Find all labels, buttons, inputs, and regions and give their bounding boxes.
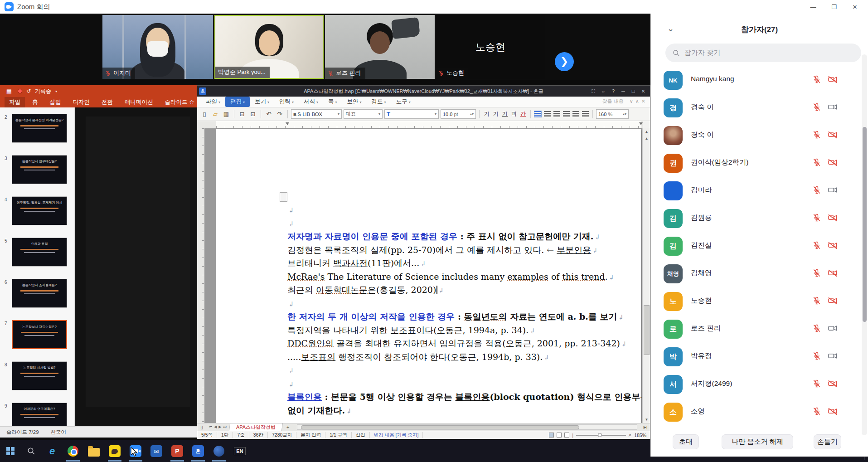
vertical-scroll-thumb[interactable] [644, 305, 650, 355]
hscroll-right-icon[interactable]: ▶| [641, 425, 650, 429]
slide-item[interactable]: 6논문작성시 조사설계는? [0, 279, 73, 310]
redo-icon[interactable]: ↷ [275, 110, 284, 119]
ppt-menu-7[interactable]: 슬라이드 쇼 [160, 97, 199, 107]
participant-row[interactable]: 박박유정 [651, 343, 859, 370]
taskbar-hwp-icon[interactable]: 혼 [188, 440, 209, 462]
slide-thumbnail[interactable]: 논문작성시 자료수집은? [12, 320, 67, 349]
participant-row[interactable]: 노노승현 [651, 288, 859, 315]
ppt-menu-3[interactable]: 삽입 [45, 97, 66, 107]
add-tab-button[interactable]: + [282, 424, 293, 430]
magnifier-icon[interactable]: ⌕ [629, 432, 631, 438]
scroll-down-icon[interactable]: ▼ [643, 416, 650, 423]
qa-dropdown-icon[interactable]: ▾ [55, 89, 57, 93]
help-icon[interactable]: ? [608, 86, 618, 97]
participant-row[interactable]: 채영김채영 [651, 260, 859, 287]
participant-row[interactable]: 김김진실 [651, 233, 859, 260]
participant-row[interactable]: 권권이삭(임상2학기) [651, 150, 859, 177]
hwp-document-area[interactable]: ↲↲저자명과 자료명이 인용문 중에 포함된 경우 : 주 표시 없이 참고문헌… [197, 128, 643, 423]
hwp-menu-입력[interactable]: 입력▾ [274, 97, 299, 107]
close-icon[interactable]: ✕ [638, 86, 648, 97]
hwp-menu-보안[interactable]: 보안▾ [342, 97, 367, 107]
maximize-icon[interactable]: □ [628, 86, 638, 97]
scroll-up2-icon[interactable]: ▲ [643, 135, 650, 142]
ppt-menu-4[interactable]: 디자인 [68, 97, 95, 107]
align-center-icon[interactable] [553, 111, 560, 117]
participant-row[interactable]: 김김원룡 [651, 205, 859, 232]
participant-row[interactable]: NKNamgyu kang [651, 67, 859, 94]
horizontal-scroll-thumb[interactable] [301, 425, 579, 429]
participant-search-box[interactable]: 참가자 찾기 [665, 44, 861, 62]
horizontal-scrollbar[interactable] [297, 424, 637, 430]
hwp-find-box[interactable]: 찾을 내용 ∨∧✕ [602, 98, 645, 105]
find-control-icon[interactable]: ∨ [630, 98, 633, 104]
document-tab[interactable]: APA스타일작성법 [228, 423, 283, 431]
taskbar-search-icon[interactable] [21, 440, 42, 462]
italic-button[interactable]: 가 [492, 110, 500, 118]
save-icon[interactable]: ▦ [222, 110, 231, 119]
participant-list[interactable]: NKNamgyu kang경경숙 이경숙 이권권이삭(임상2학기)김미라김김원룡… [651, 64, 859, 440]
hwp-menu-파일[interactable]: 파일▾ [201, 97, 225, 107]
new-doc-icon[interactable]: ▯ [200, 110, 209, 119]
slide-thumbnail[interactable]: 논문작성시 조사설계는? [12, 279, 67, 308]
view-mode-3-icon[interactable] [564, 433, 569, 438]
taskbar-kakaotalk-icon[interactable] [104, 440, 125, 462]
slide-item[interactable]: 7논문작성시 자료수집은? [0, 320, 73, 351]
find-control-icon[interactable]: ∧ [635, 98, 639, 104]
slide-thumbnail[interactable]: 인용과 표절 [12, 238, 67, 267]
slide-item[interactable]: 8논문정리 시사점 방법? [0, 361, 73, 392]
video-tile[interactable]: 박영준 Park you... [214, 15, 324, 79]
participant-row[interactable]: 경숙 이 [651, 122, 859, 149]
hwp-menu-보기[interactable]: 보기▾ [250, 97, 274, 107]
align-justify-icon[interactable] [534, 111, 541, 117]
hwp-menu-편집[interactable]: 편집▾ [225, 97, 250, 107]
slide-thumbnail[interactable]: 논문작성시 연구대상은? [12, 155, 67, 184]
participant-row[interactable]: 김미라 [651, 177, 859, 204]
ppt-menu-6[interactable]: 애니메이션 [120, 97, 158, 107]
align-left-icon[interactable] [544, 111, 551, 117]
zoom-slider-knob[interactable] [598, 433, 602, 437]
taskbar-band-icon[interactable] [209, 440, 229, 462]
style-type-combo[interactable]: 대표▾ [344, 109, 383, 119]
taskbar-windows-icon[interactable] [0, 440, 21, 462]
hwp-menu-도구[interactable]: 도구▾ [391, 97, 416, 107]
find-icons[interactable]: ∨∧✕ [627, 98, 645, 104]
taskbar-explorer-icon[interactable] [83, 440, 104, 462]
tab-nav-icons[interactable]: ⏮◀▶⏭ [206, 425, 229, 429]
align-right-icon[interactable] [563, 111, 570, 117]
style-combo[interactable]: ≡.S-LIB-BOX▾ [291, 109, 342, 119]
taskbar-mail-icon[interactable]: ✉ [146, 440, 167, 462]
slide-item[interactable]: 5인용과 표절 [0, 238, 73, 268]
underline-button[interactable]: 가 [501, 110, 509, 118]
preview-icon[interactable]: ⊡ [248, 110, 257, 119]
slide-item[interactable]: 2논문작성시 문제선정 어려운점은? [0, 114, 73, 145]
resize-icon[interactable]: ⇔ [598, 86, 608, 97]
slide-thumbnail[interactable]: 논문정리 시사점 방법? [12, 361, 67, 390]
vertical-scrollbar[interactable]: ▲ ▲ ▼ [642, 128, 650, 423]
ppt-menu-1[interactable]: 파일 [5, 97, 25, 107]
font-combo[interactable]: T▾ [384, 109, 439, 119]
save-icon[interactable]: ▦ [5, 87, 14, 96]
participant-row[interactable]: 소소영 [651, 399, 859, 426]
hwp-menu-쪽[interactable]: 쪽▾ [323, 97, 342, 107]
open-folder-icon[interactable]: ▱ [211, 110, 220, 119]
bold-button[interactable]: 가 [483, 110, 491, 118]
ppt-editing-area[interactable] [75, 107, 197, 426]
taskbar-chrome-icon[interactable] [63, 440, 83, 462]
video-tile[interactable]: 이지미 [102, 15, 213, 79]
scroll-up-icon[interactable]: ▲ [643, 128, 650, 135]
fullscreen-icon[interactable]: ⛶ [588, 86, 598, 97]
slide-item[interactable]: 3논문작성시 연구대상은? [0, 155, 73, 186]
minimize-icon[interactable]: ─ [618, 86, 628, 97]
hwp-menu-검토[interactable]: 검토▾ [367, 97, 391, 107]
maximize-button[interactable]: ❐ [824, 0, 844, 14]
print-icon[interactable]: ⊟ [238, 110, 247, 119]
video-tile[interactable]: 노승현노승현 [436, 15, 545, 79]
horizontal-ruler[interactable] [197, 121, 643, 128]
view-mode-2-icon[interactable] [557, 433, 562, 438]
slide-thumbnail[interactable]: 논문작성시 문제선정 어려운점은? [12, 114, 67, 143]
raise-hand-button[interactable]: 손들기 [814, 434, 841, 449]
close-button[interactable]: ✕ [844, 0, 865, 14]
video-tile[interactable]: 로즈 핀리 [325, 15, 435, 79]
taskbar-powerpoint-icon[interactable]: P [167, 440, 188, 462]
participant-row[interactable]: 로로즈 핀리 [651, 316, 859, 343]
